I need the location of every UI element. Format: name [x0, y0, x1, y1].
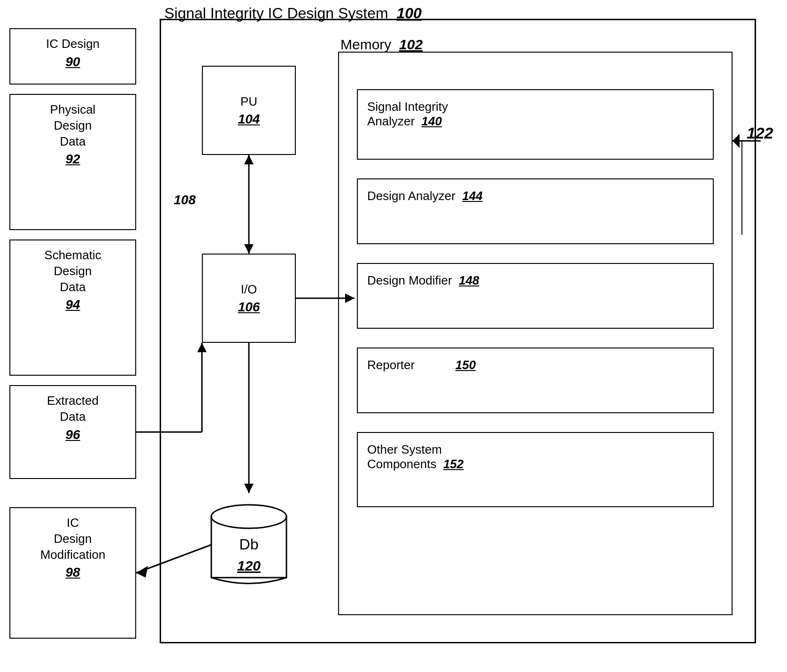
- physical-design-label: PhysicalDesignData: [15, 102, 131, 149]
- design-modifier-number: 148: [459, 273, 479, 287]
- signal-integrity-box: Signal IntegrityAnalyzer 140: [357, 89, 714, 160]
- io-label: I/O: [241, 282, 257, 298]
- pu-number: 104: [238, 112, 260, 127]
- ic-design-number: 90: [15, 54, 131, 70]
- design-modifier-box: Design Modifier 148: [357, 263, 714, 329]
- signal-integrity-number: 140: [422, 114, 442, 128]
- io-box: I/O 106: [202, 254, 296, 343]
- ic-design-label: IC Design: [15, 36, 131, 52]
- extracted-data-number: 96: [15, 427, 131, 442]
- design-analyzer-number: 144: [462, 189, 482, 203]
- svg-point-1: [211, 505, 286, 528]
- design-analyzer-box: Design Analyzer 144: [357, 178, 714, 244]
- reporter-number: 150: [455, 358, 476, 372]
- svg-marker-16: [136, 566, 148, 578]
- design-modifier-label: Design Modifier: [367, 273, 459, 287]
- schematic-design-label: SchematicDesignData: [15, 247, 131, 295]
- db-cylinder: Db 120: [202, 493, 296, 596]
- svg-text:Db: Db: [239, 536, 259, 553]
- physical-design-number: 92: [15, 152, 131, 167]
- memory-title: Memory 102: [340, 37, 423, 53]
- ic-design-mod-label: ICDesignModification: [15, 515, 131, 563]
- schematic-design-number: 94: [15, 297, 131, 312]
- physical-design-box: PhysicalDesignData 92: [9, 94, 136, 230]
- other-components-label: Other SystemComponents: [367, 442, 443, 471]
- reporter-label: Reporter: [367, 358, 455, 372]
- io-number: 106: [238, 300, 260, 315]
- svg-text:120: 120: [237, 558, 261, 573]
- reporter-box: Reporter 150: [357, 348, 714, 413]
- extracted-data-box: ExtractedData 96: [9, 385, 136, 479]
- ic-design-box: IC Design 90: [9, 28, 136, 85]
- ic-design-mod-box: ICDesignModification 98: [9, 507, 136, 639]
- design-analyzer-label: Design Analyzer: [367, 189, 462, 203]
- pu-label: PU: [240, 94, 257, 110]
- diagram-container: Signal Integrity IC Design System 100 IC…: [0, 0, 787, 672]
- other-components-number: 152: [443, 457, 463, 471]
- ic-design-mod-number: 98: [15, 565, 131, 580]
- schematic-design-box: SchematicDesignData 94: [9, 239, 136, 376]
- extracted-data-label: ExtractedData: [15, 393, 131, 425]
- other-components-box: Other SystemComponents 152: [357, 432, 714, 507]
- pu-box: PU 104: [202, 66, 296, 155]
- memory-number: 102: [399, 37, 423, 52]
